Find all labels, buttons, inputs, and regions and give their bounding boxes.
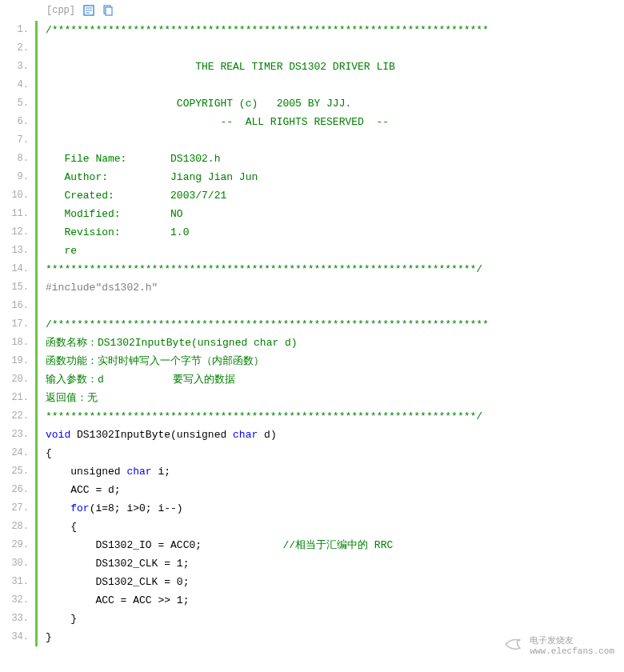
code-line[interactable]: Author: Jiang Jian Jun: [46, 168, 624, 186]
line-number: 28.: [0, 518, 29, 536]
svg-rect-5: [106, 7, 112, 15]
line-number: 14.: [0, 260, 29, 278]
line-number-gutter: 1.2.3.4.5.6.7.8.9.10.11.12.13.14.15.16.1…: [0, 21, 35, 646]
code-line[interactable]: [46, 76, 624, 94]
code-line[interactable]: /***************************************…: [46, 21, 624, 39]
code-line[interactable]: -- ALL RIGHTS RESERVED --: [46, 113, 624, 131]
code-line[interactable]: void DS1302InputByte(unsigned char d): [46, 426, 624, 444]
line-number: 34.: [0, 628, 29, 646]
line-number: 2.: [0, 39, 29, 58]
code-line[interactable]: /***************************************…: [46, 315, 624, 334]
code-line[interactable]: Modified: NO: [46, 205, 624, 223]
line-number: 26.: [0, 481, 29, 499]
line-number: 9.: [0, 168, 29, 186]
line-number: 7.: [0, 131, 29, 150]
line-number: 23.: [0, 426, 29, 444]
line-number: 19.: [0, 352, 29, 370]
code-line[interactable]: DS1302_CLK = 1;: [46, 554, 624, 573]
line-number: 24.: [0, 444, 29, 462]
code-line[interactable]: DS1302_CLK = 0;: [46, 573, 624, 591]
line-number: 17.: [0, 315, 29, 334]
line-number: 25.: [0, 462, 29, 481]
code-line[interactable]: ACC = d;: [46, 481, 624, 499]
line-number: 16.: [0, 297, 29, 315]
code-line[interactable]: 函数名称：DS1302InputByte(unsigned char d): [46, 334, 624, 352]
line-number: 21.: [0, 389, 29, 407]
code-line[interactable]: 函数功能：实时时钟写入一个字节（内部函数）: [46, 352, 624, 370]
line-number: 13.: [0, 242, 29, 260]
code-line[interactable]: }: [46, 610, 624, 628]
line-number: 1.: [0, 21, 29, 39]
code-header: [cpp]: [0, 0, 624, 21]
code-line[interactable]: unsigned char i;: [46, 462, 624, 481]
line-number: 8.: [0, 150, 29, 168]
code-line[interactable]: ****************************************…: [46, 407, 624, 426]
line-number: 20.: [0, 370, 29, 389]
line-number: 27.: [0, 499, 29, 518]
code-line[interactable]: File Name: DS1302.h: [46, 150, 624, 168]
code-line[interactable]: [46, 297, 624, 315]
line-number: 12.: [0, 223, 29, 242]
line-number: 6.: [0, 113, 29, 131]
code-line[interactable]: ACC = ACC >> 1;: [46, 591, 624, 610]
line-number: 3.: [0, 58, 29, 76]
line-number: 33.: [0, 610, 29, 628]
code-area[interactable]: /***************************************…: [38, 21, 624, 646]
watermark-logo-icon: [502, 634, 525, 656]
code-line[interactable]: DS1302_IO = ACC0; //相当于汇编中的 RRC: [46, 536, 624, 554]
line-number: 32.: [0, 591, 29, 610]
line-number: 29.: [0, 536, 29, 554]
code-line[interactable]: [46, 39, 624, 58]
line-number: 18.: [0, 334, 29, 352]
code-line[interactable]: Revision: 1.0: [46, 223, 624, 242]
code-line[interactable]: [46, 131, 624, 150]
copy-icon[interactable]: [102, 5, 114, 16]
code-line[interactable]: ****************************************…: [46, 260, 624, 278]
line-number: 4.: [0, 76, 29, 94]
code-container: 1.2.3.4.5.6.7.8.9.10.11.12.13.14.15.16.1…: [0, 21, 624, 646]
code-line[interactable]: re: [46, 242, 624, 260]
line-number: 11.: [0, 205, 29, 223]
code-line[interactable]: {: [46, 518, 624, 536]
code-line[interactable]: Created: 2003/7/21: [46, 186, 624, 205]
code-line[interactable]: 输入参数：d 要写入的数据: [46, 370, 624, 389]
code-line[interactable]: THE REAL TIMER DS1302 DRIVER LIB: [46, 58, 624, 76]
watermark-line1: 电子发烧友: [530, 634, 614, 646]
code-line[interactable]: 返回值：无: [46, 389, 624, 407]
language-label: [cpp]: [46, 5, 75, 16]
code-line[interactable]: {: [46, 444, 624, 462]
code-line[interactable]: for(i=8; i>0; i--): [46, 499, 624, 518]
watermark: 电子发烧友 www.elecfans.com: [502, 634, 614, 656]
line-number: 15.: [0, 278, 29, 297]
code-line[interactable]: COPYRIGHT (c) 2005 BY JJJ.: [46, 94, 624, 113]
svg-point-6: [518, 639, 521, 642]
line-number: 31.: [0, 573, 29, 591]
code-line[interactable]: #include"ds1302.h": [46, 278, 624, 297]
line-number: 22.: [0, 407, 29, 426]
watermark-text: 电子发烧友 www.elecfans.com: [530, 634, 614, 656]
line-number: 5.: [0, 94, 29, 113]
line-number: 30.: [0, 554, 29, 573]
line-number: 10.: [0, 186, 29, 205]
view-plain-icon[interactable]: [83, 5, 94, 16]
watermark-line2: www.elecfans.com: [530, 646, 614, 656]
